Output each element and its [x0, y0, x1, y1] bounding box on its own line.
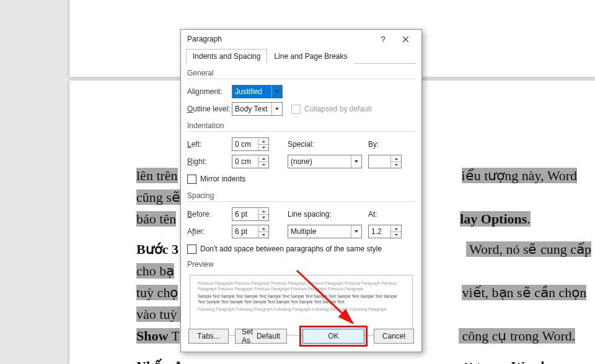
close-icon	[402, 36, 409, 43]
dont-add-space-checkbox[interactable]	[187, 245, 196, 254]
group-general-label: General	[187, 69, 415, 79]
chevron-down-icon	[271, 103, 282, 115]
dialog-tabs: Indents and Spacing Line and Page Breaks	[186, 48, 416, 64]
chevron-down-icon	[271, 85, 282, 98]
by-label: By:	[368, 140, 379, 149]
mirror-indents-checkbox[interactable]	[187, 175, 196, 184]
ok-highlight: OK	[299, 326, 368, 347]
chevron-down-icon	[351, 155, 361, 168]
collapsed-label: Collapsed by default	[304, 105, 372, 113]
cancel-button[interactable]: Cancel	[374, 329, 414, 344]
outline-label: Outline level:	[187, 105, 232, 113]
set-default-button[interactable]: Set As Default	[235, 329, 287, 344]
line-spacing-select[interactable]: Multiple	[288, 225, 362, 238]
group-spacing-label: Spacing	[187, 191, 415, 202]
indent-right-spinner[interactable]: 0 cm	[232, 155, 269, 168]
indent-right-label: Right:	[187, 157, 232, 166]
chevron-down-icon	[351, 225, 361, 238]
at-spinner[interactable]: 1.2	[368, 225, 402, 238]
dialog-title: Paragraph	[187, 35, 372, 43]
close-button[interactable]	[394, 31, 416, 47]
dialog-button-row: Tabs... Set As Default OK Cancel	[181, 326, 421, 347]
special-label: Special:	[288, 140, 343, 149]
help-button[interactable]: ?	[372, 31, 394, 47]
indent-left-label: Left:	[187, 140, 232, 149]
group-preview-label: Preview	[187, 260, 415, 270]
group-indentation: Indentation Left: 0 cm Special: By: Righ…	[187, 121, 415, 186]
at-label: At:	[368, 210, 377, 219]
dialog-titlebar: Paragraph ?	[181, 30, 421, 48]
alignment-select[interactable]: Justified	[232, 85, 283, 98]
before-label: Before:	[187, 210, 232, 219]
before-spinner[interactable]: 6 pt	[232, 207, 269, 221]
after-label: After:	[187, 227, 232, 236]
outline-level-select[interactable]: Body Text	[232, 102, 283, 116]
line-spacing-label: Line spacing:	[288, 210, 343, 219]
alignment-label: Alignment:	[187, 87, 232, 96]
group-spacing: Spacing Before: 6 pt Line spacing: At: A…	[187, 191, 415, 256]
by-spinner[interactable]	[368, 155, 402, 168]
tabs-button[interactable]: Tabs...	[188, 329, 229, 344]
after-spinner[interactable]: 6 pt	[232, 225, 269, 238]
ok-button[interactable]: OK	[302, 329, 364, 344]
group-general: General Alignment: Justified Outline lev…	[187, 69, 415, 116]
tab-indents-spacing[interactable]: Indents and Spacing	[186, 49, 267, 64]
group-preview: Preview	[187, 260, 415, 270]
mirror-indents-label: Mirror indents	[200, 175, 245, 183]
dont-add-space-label: Don't add space between paragraphs of th…	[200, 245, 382, 253]
tab-line-page-breaks[interactable]: Line and Page Breaks	[267, 49, 354, 64]
special-select[interactable]: (none)	[288, 155, 362, 168]
indent-left-spinner[interactable]: 0 cm	[232, 137, 269, 151]
group-indentation-label: Indentation	[187, 121, 415, 132]
paragraph-dialog: Paragraph ? Indents and Spacing Line and…	[180, 29, 422, 352]
collapsed-checkbox	[291, 105, 301, 114]
